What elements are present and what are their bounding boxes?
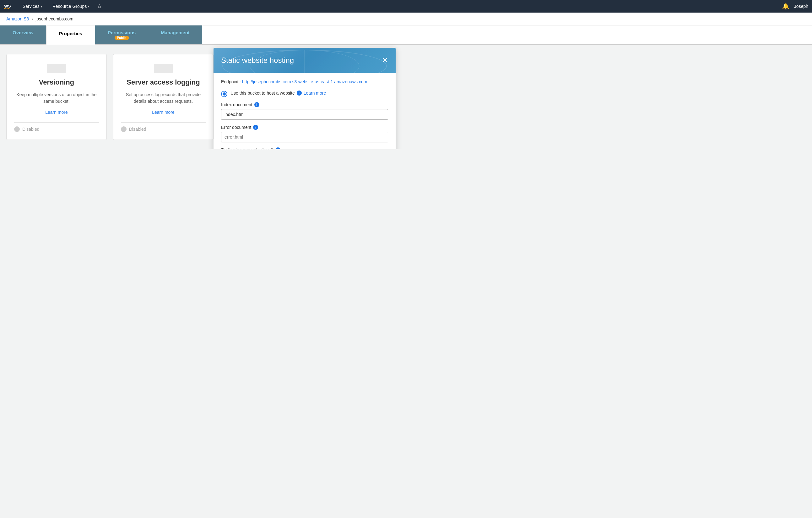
notifications-bell-icon[interactable]: 🔔: [782, 3, 789, 10]
server-logging-title: Server access logging: [126, 78, 200, 86]
index-doc-input[interactable]: [221, 109, 388, 120]
tab-management[interactable]: Management: [148, 25, 202, 44]
hosting-title: Static website hosting: [221, 56, 294, 65]
redirect-rules-label: Redirection rules (optional) i: [221, 147, 388, 149]
server-logging-divider: [121, 122, 206, 122]
tab-permissions[interactable]: Permissions Public: [95, 25, 148, 44]
hosting-close-button[interactable]: ✕: [382, 57, 388, 64]
error-doc-label: Error document i: [221, 125, 388, 130]
versioning-status-dot: [14, 126, 20, 132]
breadcrumb-root[interactable]: Amazon S3: [6, 16, 29, 21]
radio-host-website-button[interactable]: [221, 91, 227, 97]
error-doc-input[interactable]: [221, 132, 388, 142]
favorites-icon[interactable]: ☆: [97, 3, 102, 10]
breadcrumb-current: josephecombs.com: [35, 16, 74, 21]
error-document-field: Error document i: [221, 125, 388, 142]
hosting-header: Static website hosting ✕: [213, 48, 396, 73]
permissions-public-badge: Public: [115, 36, 129, 40]
resource-groups-nav[interactable]: Resource Groups ▾: [50, 2, 92, 10]
resource-groups-label: Resource Groups: [53, 4, 87, 9]
host-website-learn-more[interactable]: Learn more: [303, 90, 326, 96]
aws-logo: WS: [4, 2, 15, 11]
services-nav[interactable]: Services ▾: [20, 2, 45, 10]
server-logging-status: Disabled: [121, 126, 146, 132]
index-document-field: Index document i: [221, 102, 388, 120]
resource-groups-chevron: ▾: [88, 5, 89, 8]
services-chevron: ▾: [41, 5, 42, 8]
breadcrumb-separator: ›: [31, 16, 33, 21]
versioning-title: Versioning: [39, 78, 74, 86]
services-label: Services: [23, 4, 39, 9]
versioning-learn-more[interactable]: Learn more: [45, 110, 68, 115]
versioning-status-label: Disabled: [22, 127, 39, 132]
server-logging-status-dot: [121, 126, 126, 132]
versioning-icon: [47, 64, 66, 73]
tabs-bar: Overview Properties Permissions Public M…: [0, 25, 812, 45]
svg-text:WS: WS: [4, 4, 11, 8]
redirect-rules-info-icon[interactable]: i: [276, 147, 281, 149]
error-doc-info-icon[interactable]: i: [253, 125, 258, 130]
radio-host-website-option[interactable]: Use this bucket to host a website i Lear…: [221, 90, 388, 97]
redirect-rules-field: Redirection rules (optional) i: [221, 147, 388, 149]
tab-overview[interactable]: Overview: [0, 25, 46, 44]
radio-host-website-label: Use this bucket to host a website i Lear…: [230, 90, 326, 96]
index-doc-info-icon[interactable]: i: [254, 102, 259, 107]
hosting-body: Endpoint : http://josephecombs.com.s3-we…: [213, 73, 396, 149]
tab-properties[interactable]: Properties: [46, 25, 95, 45]
versioning-card: Versioning Keep multiple versions of an …: [6, 54, 107, 140]
server-logging-desc: Set up access log records that provide d…: [121, 91, 206, 105]
server-logging-status-label: Disabled: [129, 127, 146, 132]
server-logging-learn-more[interactable]: Learn more: [152, 110, 175, 115]
versioning-desc: Keep multiple versions of an object in t…: [14, 91, 99, 105]
host-website-info-icon[interactable]: i: [297, 90, 302, 96]
server-logging-icon: [154, 64, 173, 73]
versioning-divider: [14, 122, 99, 122]
server-logging-card: Server access logging Set up access log …: [113, 54, 213, 140]
breadcrumb: Amazon S3 › josephecombs.com: [0, 12, 812, 25]
user-menu[interactable]: Joseph: [794, 4, 808, 9]
main-content: Versioning Keep multiple versions of an …: [0, 45, 812, 149]
hosting-header-bg-icon: [213, 48, 396, 84]
top-navigation: WS Services ▾ Resource Groups ▾ ☆ 🔔 Jose…: [0, 0, 812, 12]
versioning-status: Disabled: [14, 126, 39, 132]
index-doc-label: Index document i: [221, 102, 388, 107]
static-website-hosting-panel: Static website hosting ✕ Endpoint : http…: [213, 48, 396, 149]
